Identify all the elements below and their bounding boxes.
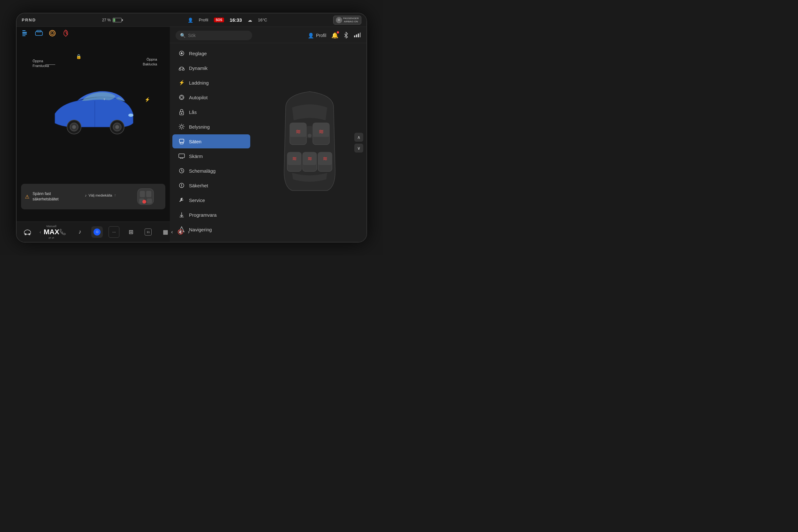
temperature-display: 16°C (258, 18, 267, 22)
seat-diagram-area: ≋ ≋ ≋ (253, 43, 366, 242)
bluetooth-icon[interactable] (343, 31, 348, 40)
media-strip-container: ♪ Välj mediekälla ↑ (17, 212, 170, 222)
notification-icon[interactable]: 🔔 (331, 32, 338, 39)
person-icon: 👤 (188, 18, 193, 23)
music-bottom-icon[interactable]: ♪ (74, 226, 86, 238)
svg-point-24 (24, 233, 26, 235)
more-bottom-icon[interactable]: ··· (109, 226, 119, 238)
svg-line-9 (66, 31, 67, 35)
car-thumbnail-svg (130, 187, 162, 206)
next-track-icon[interactable]: › (188, 229, 190, 235)
vol-prev-arrow[interactable]: ‹ (40, 229, 41, 234)
tesla-car-svg: T (45, 78, 141, 142)
charge-icon: ⚡ (145, 97, 150, 102)
menu-item-laddning[interactable]: ⚡ Laddning (172, 76, 250, 90)
volume-value: MAX (44, 228, 59, 236)
svg-rect-52 (180, 142, 183, 144)
seatbelt-icon (61, 29, 70, 38)
bottom-bar-left (22, 226, 33, 238)
menu-item-schemalägg[interactable]: Schemalägg (172, 164, 250, 178)
menu-label-navigering: Navigering (189, 227, 212, 232)
svg-rect-0 (22, 32, 27, 33)
battery-percent: 27 % (102, 18, 111, 22)
airbag-icon: ⊙ (336, 17, 342, 23)
menu-item-service[interactable]: Service (172, 193, 250, 207)
media-bottom-icon[interactable]: ▦ (159, 226, 171, 238)
search-input-wrap[interactable]: 🔍 (175, 31, 252, 40)
profile-header[interactable]: 👤 Profil (308, 33, 326, 39)
menu-item-las[interactable]: Lås (172, 105, 250, 119)
camera-bottom-icon[interactable]: ⊙ (91, 226, 103, 238)
svg-text:≋: ≋ (319, 128, 324, 135)
media-strip-arrow: ↑ (114, 193, 116, 197)
svg-point-15 (115, 125, 119, 129)
menu-item-dynamik[interactable]: Dynamik (172, 61, 250, 75)
svg-point-34 (179, 95, 184, 99)
tire-icon: ! (48, 29, 57, 38)
menu-item-autopilot[interactable]: Autopilot (172, 90, 250, 104)
menu-label-skarm: Skärm (189, 153, 203, 159)
menu-list: Reglage Dynamik ⚡ Laddning (170, 43, 253, 242)
svg-text:≋: ≋ (323, 155, 327, 162)
bottom-right-controls: ‹ 🔇 › (171, 229, 190, 235)
battery-display: 27 % (102, 18, 121, 22)
svg-rect-29 (360, 33, 361, 37)
edge-icon (35, 29, 43, 38)
svg-rect-20 (146, 191, 151, 197)
repeat-icon: ⇄ ⇄ (40, 236, 63, 239)
svg-rect-53 (179, 154, 185, 158)
main-content: ! Öppna Framlucka 🔒 Öppna Baklucka (17, 27, 366, 242)
media-strip[interactable]: ♪ Välj mediekälla ↑ (80, 191, 120, 199)
mute-icon[interactable]: 🔇 (177, 229, 184, 235)
top-bar-right: ⊙ PASSENGERAIRBAG ON (333, 16, 361, 24)
label-baklucka: Öppna Baklucka (143, 57, 157, 67)
map-bottom-icon[interactable]: ⊞ (125, 226, 137, 238)
airbag-badge: ⊙ PASSENGERAIRBAG ON (333, 16, 361, 24)
weather-icon: ☁ (248, 18, 252, 23)
svg-text:T: T (104, 98, 105, 101)
profile-label-top: Profil (199, 18, 208, 22)
prev-track-icon[interactable]: ‹ (171, 229, 173, 235)
menu-item-skarm[interactable]: Skärm (172, 149, 250, 163)
car-menu-icon[interactable] (22, 226, 33, 238)
battery-icon (113, 18, 121, 22)
svg-rect-19 (140, 191, 145, 197)
belysning-icon (178, 123, 185, 130)
menu-label-reglage: Reglage (189, 51, 207, 56)
menu-label-sakerhet: Säkerhet (189, 183, 208, 188)
left-panel: ! Öppna Framlucka 🔒 Öppna Baklucka (17, 27, 170, 242)
svg-rect-2 (22, 30, 25, 31)
scroll-up-btn[interactable]: ∧ (354, 133, 363, 142)
menu-item-sakerhet[interactable]: Säkerhet (172, 178, 250, 192)
bottom-icons-group: 📞 ♪ ⊙ ··· ⊞ 11 ▦ (57, 226, 171, 238)
svg-rect-1 (22, 34, 27, 35)
car-view-area: Öppna Framlucka 🔒 Öppna Baklucka ⚡ (17, 40, 170, 181)
menu-item-reglage[interactable]: Reglage (172, 46, 250, 60)
svg-point-42 (180, 126, 183, 128)
menu-label-dynamik: Dynamik (189, 65, 208, 71)
search-input[interactable] (188, 33, 248, 38)
reglage-icon (178, 50, 185, 57)
search-icons-right: 👤 Profil 🔔 (308, 31, 361, 40)
scroll-arrows: ∧ ∨ (354, 133, 363, 153)
menu-item-belysning[interactable]: Belysning (172, 120, 250, 134)
menu-item-programvara[interactable]: Programvara (172, 208, 250, 222)
svg-text:≋: ≋ (296, 128, 301, 135)
lock-icon: 🔒 (76, 54, 81, 59)
sos-badge: SOS (214, 18, 224, 22)
menu-label-autopilot: Autopilot (189, 95, 208, 100)
svg-rect-27 (356, 35, 357, 37)
svg-line-50 (180, 128, 180, 129)
svg-line-49 (183, 125, 184, 126)
svg-rect-28 (358, 34, 359, 37)
menu-label-laddning: Laddning (189, 80, 209, 86)
svg-point-31 (180, 52, 183, 54)
menu-item-saten[interactable]: Säten (172, 134, 250, 148)
svg-point-33 (182, 69, 184, 71)
signal-icon (354, 32, 361, 39)
scroll-down-btn[interactable]: ∨ (354, 144, 363, 153)
vol-next-arrow[interactable]: › (62, 229, 63, 234)
svg-point-25 (28, 233, 30, 235)
apps-bottom-icon[interactable]: 11 (142, 226, 154, 238)
alert-car-thumbnail (130, 187, 162, 206)
